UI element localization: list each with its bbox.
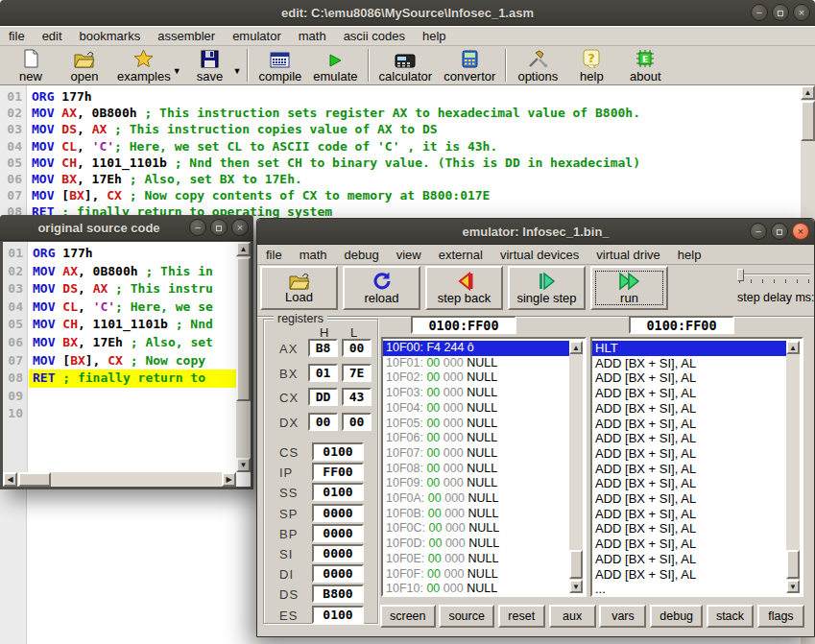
register-sp-field[interactable] <box>312 504 364 522</box>
memory-row[interactable]: 10F05: 00 000 NULL <box>383 417 569 432</box>
disassembly-row[interactable]: HLT <box>592 341 786 356</box>
emu-menu-math[interactable]: math <box>291 245 336 264</box>
options-button[interactable]: options <box>511 46 564 84</box>
memory-row[interactable]: 10F0D: 00 000 NULL <box>383 537 569 552</box>
calculator-button[interactable]: calculator <box>373 46 439 84</box>
scroll-down-icon[interactable]: ▼ <box>569 580 583 593</box>
memory-scroll-thumb[interactable] <box>569 550 583 579</box>
close-button[interactable]: × <box>792 223 809 240</box>
memory-row[interactable]: 10F06: 00 000 NULL <box>383 431 569 446</box>
memory-row[interactable]: 10F04: 00 000 NULL <box>383 401 569 417</box>
save-button[interactable]: save <box>183 46 237 84</box>
Load-button[interactable]: Load <box>260 266 338 310</box>
aux-button[interactable]: aux <box>549 605 596 628</box>
emu-menu-file[interactable]: file <box>257 245 291 264</box>
memory-row[interactable]: 10F07: 00 000 NULL <box>383 446 569 462</box>
emu-menu-virtual-drive[interactable]: virtual drive <box>587 245 668 264</box>
open-button[interactable]: open <box>58 46 111 84</box>
memory-row[interactable]: 10F01: 00 000 NULL <box>383 356 569 371</box>
disassembly-row[interactable]: ADD [BX + SI], AL <box>592 521 786 537</box>
source-text-area[interactable]: ORG 177hMOV AX, 0B800h ; This inMOV DS, … <box>29 242 236 472</box>
stack-button[interactable]: stack <box>707 605 754 628</box>
emu-menu-external[interactable]: external <box>430 245 491 264</box>
editor-scroll-thumb[interactable] <box>801 101 815 141</box>
menu-bookmarks[interactable]: bookmarks <box>71 27 150 45</box>
register-bx-h-field[interactable] <box>308 364 338 382</box>
disassembly-row[interactable]: ADD [BX + SI], AL <box>592 401 786 417</box>
step-back-button[interactable]: step back <box>425 266 503 310</box>
scroll-right-icon[interactable]: ▶ <box>222 472 236 487</box>
menu-file[interactable]: file <box>0 27 34 45</box>
menu-assembler[interactable]: assembler <box>149 27 224 45</box>
reload-button[interactable]: reload <box>343 266 420 310</box>
disassembly-row[interactable]: ADD [BX + SI], AL <box>592 462 786 477</box>
maximize-button[interactable] <box>210 219 228 236</box>
menu-emulator[interactable]: emulator <box>224 27 290 45</box>
source-hscrollbar[interactable]: ◀ ▶ <box>3 472 236 487</box>
register-es-field[interactable] <box>312 606 364 624</box>
slider-thumb[interactable] <box>737 269 744 281</box>
about-button[interactable]: Eabout <box>618 46 672 84</box>
menu-ascii-codes[interactable]: ascii codes <box>335 27 414 45</box>
disassembly-row[interactable]: ADD [BX + SI], AL <box>592 431 786 446</box>
register-di-field[interactable] <box>312 564 364 583</box>
disasm-address-field[interactable] <box>629 316 734 334</box>
register-bp-field[interactable] <box>312 524 364 542</box>
disassembly-row[interactable]: ADD [BX + SI], AL <box>592 491 786 507</box>
run-button[interactable]: run <box>590 266 668 310</box>
disassembly-row[interactable]: ADD [BX + SI], AL <box>592 417 786 432</box>
disassembly-row[interactable]: ADD [BX + SI], AL <box>592 356 786 371</box>
register-cx-l-field[interactable] <box>342 388 372 406</box>
menu-help[interactable]: help <box>414 27 455 45</box>
disassembly-row[interactable]: ADD [BX + SI], AL <box>592 552 786 567</box>
register-cx-h-field[interactable] <box>308 388 338 406</box>
screen-button[interactable]: screen <box>380 605 436 628</box>
disassembly-row[interactable]: ADD [BX + SI], AL <box>592 507 786 522</box>
scroll-down-icon[interactable]: ▼ <box>236 458 251 472</box>
emu-menu-view[interactable]: view <box>388 245 430 264</box>
source-scroll-thumb[interactable] <box>236 257 251 401</box>
memory-row[interactable]: 10F03: 00 000 NULL <box>383 386 569 401</box>
memory-row[interactable]: 10F02: 00 000 NULL <box>383 370 569 386</box>
maximize-button[interactable] <box>772 4 789 21</box>
memory-row[interactable]: 10F00: F4 244 ô <box>383 341 569 356</box>
memory-row[interactable]: 10F0C: 00 000 NULL <box>383 521 569 537</box>
flags-button[interactable]: flags <box>757 605 804 628</box>
scroll-up-icon[interactable]: ▲ <box>786 341 800 354</box>
step-delay-slider[interactable]: step delay ms: 0 <box>737 272 810 304</box>
disassembly-row[interactable]: ADD [BX + SI], AL <box>592 446 786 462</box>
emulate-button[interactable]: emulate <box>307 46 363 84</box>
memory-row[interactable]: 10F0E: 00 000 NULL <box>383 552 569 567</box>
register-dx-h-field[interactable] <box>308 413 338 431</box>
memory-row[interactable]: 10F08: 00 000 NULL <box>383 462 569 477</box>
source-titlebar[interactable]: original source code − × <box>0 215 253 241</box>
register-bx-l-field[interactable] <box>342 364 372 382</box>
scroll-up-icon[interactable]: ▲ <box>236 242 251 256</box>
minimize-button[interactable]: − <box>750 223 767 240</box>
new-button[interactable]: new <box>4 46 58 84</box>
examples-button[interactable]: examples <box>111 46 177 84</box>
menu-math[interactable]: math <box>290 27 335 45</box>
convertor-button[interactable]: convertor <box>438 46 501 84</box>
emulator-titlebar[interactable]: emulator: Infosec_1.bin_ − × <box>257 219 814 245</box>
disassembly-row[interactable]: ADD [BX + SI], AL <box>592 537 786 552</box>
register-si-field[interactable] <box>312 544 364 562</box>
dropdown-chevron-icon[interactable]: ▼ <box>173 66 181 76</box>
minimize-button[interactable]: − <box>751 4 768 21</box>
help-button[interactable]: ?help <box>564 46 618 84</box>
close-button[interactable]: × <box>231 219 249 236</box>
register-ds-field[interactable] <box>312 584 364 603</box>
register-ss-field[interactable] <box>312 483 364 501</box>
emu-menu-debug[interactable]: debug <box>336 245 388 264</box>
disassembly-row[interactable]: ADD [BX + SI], AL <box>592 567 786 583</box>
scroll-left-icon[interactable]: ◀ <box>3 472 17 487</box>
slider-track[interactable] <box>737 272 810 285</box>
scroll-up-icon[interactable]: ▲ <box>569 341 583 354</box>
register-ip-field[interactable] <box>312 463 364 481</box>
compile-button[interactable]: compile <box>252 46 307 84</box>
source-button[interactable]: source <box>439 605 494 628</box>
memory-row[interactable]: 10F09: 00 000 NULL <box>383 476 569 491</box>
scroll-down-icon[interactable]: ▼ <box>786 580 800 593</box>
memory-row[interactable]: 10F0B: 00 000 NULL <box>383 507 569 522</box>
maximize-button[interactable] <box>771 223 788 240</box>
